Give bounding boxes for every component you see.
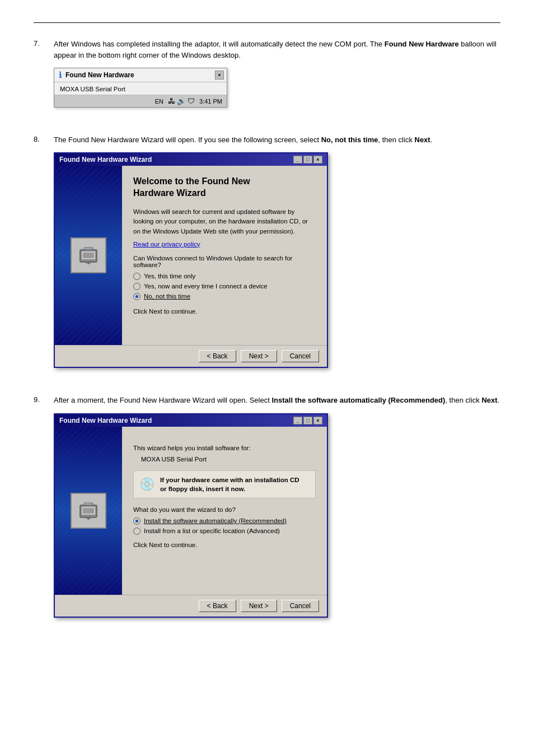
hardware-svg-icon-2: [77, 500, 100, 522]
wizard-2-window: Found New Hardware Wizard _ □ ×: [54, 413, 328, 618]
svg-point-6: [91, 248, 92, 250]
wizard-2-cd-text: If your hardware came with an installati…: [160, 475, 299, 493]
step-7-text: After Windows has completed installing t…: [54, 39, 500, 61]
wizard-2-device-name: MOXA USB Serial Port: [141, 456, 316, 463]
wizard-2-option-1[interactable]: Install from a list or specific location…: [133, 528, 316, 535]
wizard-1-right-panel: Welcome to the Found NewHardware Wizard …: [122, 166, 327, 345]
svg-rect-9: [83, 508, 94, 514]
wizard-2-option-1-label: Install from a list or specific location…: [144, 528, 280, 534]
wizard-1-cancel-button[interactable]: Cancel: [282, 350, 319, 362]
security-icon: 🛡: [188, 97, 195, 105]
taskbar-body: MOXA USB Serial Port: [54, 82, 227, 95]
wizard-1-welcome-title: Welcome to the Found NewHardware Wizard: [133, 176, 316, 199]
step-7-bold: Found New Hardware: [385, 40, 459, 48]
cd-disc-icon: 💿: [139, 477, 154, 492]
svg-rect-4: [86, 262, 91, 263]
speaker-icon: 🔊: [177, 97, 186, 105]
taskbar-info-icon: ℹ: [59, 70, 62, 80]
taskbar-language: EN: [155, 98, 163, 105]
wizard-2-next-button[interactable]: Next >: [241, 600, 277, 612]
wizard-2-option-0-label: Install the software automatically (Reco…: [144, 517, 287, 524]
wizard-2-icon-area: [71, 493, 106, 529]
wizard-2-radio-group: Install the software automatically (Reco…: [133, 517, 316, 535]
wizard-1-icon-area: [71, 237, 106, 273]
step-8-bold2: Next: [415, 136, 430, 144]
wizard-1-body: Welcome to the Found NewHardware Wizard …: [55, 166, 327, 345]
wizard-1-radio-0[interactable]: [133, 273, 140, 280]
wizard-2-left-panel: [55, 427, 122, 595]
wizard-2-close-button[interactable]: ×: [313, 417, 322, 424]
wizard-1-left-panel: [55, 166, 122, 345]
step-8-text: The Found New Hardware Wizard will open.…: [54, 134, 500, 146]
wizard-1-click-next: Click Next to continue.: [133, 308, 316, 315]
page-container: 7. After Windows has completed installin…: [0, 0, 534, 756]
wizard-2-cancel-button[interactable]: Cancel: [282, 600, 319, 612]
wizard-1-title-bar: Found New Hardware Wizard _ □ ×: [55, 153, 327, 166]
wizard-1-close-button[interactable]: ×: [313, 156, 322, 164]
taskbar-title-bar: ℹ Found New Hardware ×: [54, 68, 227, 82]
wizard-2-what-to-do: What do you want the wizard to do?: [133, 506, 316, 513]
step-9-bold1: Install the software automatically (Reco…: [271, 396, 445, 404]
wizard-1-option-2[interactable]: No, not this time: [133, 293, 316, 300]
step-8-number: 8.: [34, 135, 54, 143]
wizard-2-maximize-button[interactable]: □: [303, 417, 312, 424]
wizard-1-option-1[interactable]: Yes, now and every time I connect a devi…: [133, 283, 316, 290]
wizard-1-minimize-button[interactable]: _: [293, 156, 302, 164]
wizard-1-question: Can Windows connect to Windows Update to…: [133, 255, 316, 268]
wizard-1-maximize-button[interactable]: □: [303, 156, 312, 164]
step-9-text: After a moment, the Found New Hardware W…: [54, 395, 500, 406]
hardware-icon: [71, 237, 106, 273]
wizard-1-next-button[interactable]: Next >: [241, 350, 277, 362]
wizard-1-back-button[interactable]: < Back: [199, 350, 236, 362]
step-7-content: After Windows has completed installing t…: [54, 39, 500, 119]
top-rule: [34, 22, 500, 23]
wizard-2-cd-insert-box: 💿 If your hardware came with an installa…: [133, 470, 316, 498]
step-9-number: 9.: [34, 395, 54, 404]
wizard-1-radio-2[interactable]: [133, 293, 140, 300]
hardware-svg-icon: [77, 244, 100, 267]
wizard-2-right-panel: This wizard helps you install software f…: [122, 427, 327, 595]
wizard-1-option-0[interactable]: Yes, this time only: [133, 273, 316, 280]
taskbar-time: 3:41 PM: [199, 98, 222, 105]
step-9-bold2: Next: [481, 396, 497, 404]
wizard-1-radio-1[interactable]: [133, 283, 140, 290]
taskbar-close-icon: ×: [218, 72, 221, 78]
wizard-2-minimize-button[interactable]: _: [293, 417, 302, 424]
step-9-content: After a moment, the Found New Hardware W…: [54, 395, 500, 628]
wizard-2-radio-1[interactable]: [133, 528, 140, 535]
wizard-2-radio-0[interactable]: [133, 517, 140, 525]
step-9: 9. After a moment, the Found New Hardwar…: [34, 395, 500, 628]
step-7: 7. After Windows has completed installin…: [34, 39, 500, 119]
wizard-1-option-2-label: No, not this time: [144, 293, 190, 300]
wizard-2-install-desc: This wizard helps you install software f…: [133, 445, 316, 451]
step-8-bold1: No, not this time: [321, 136, 378, 144]
wizard-2-title-bar: Found New Hardware Wizard _ □ ×: [55, 414, 327, 427]
wizard-1-desc: Windows will search for current and upda…: [133, 207, 316, 236]
taskbar-title-text: Found New Hardware: [65, 71, 212, 79]
wizard-2-click-next: Click Next to continue.: [133, 542, 316, 548]
wizard-2-body: This wizard helps you install software f…: [55, 427, 327, 595]
network-icon: 🖧: [168, 97, 175, 105]
svg-rect-2: [83, 253, 94, 258]
wizard-1-option-0-label: Yes, this time only: [144, 273, 195, 279]
wizard-1-footer: < Back Next > Cancel: [55, 345, 327, 367]
hardware-icon-2: [71, 493, 106, 529]
wizard-1-window: Found New Hardware Wizard _ □ ×: [54, 152, 328, 368]
step-8: 8. The Found New Hardware Wizard will op…: [34, 134, 500, 379]
svg-point-13: [91, 503, 92, 505]
step-7-number: 7.: [34, 39, 54, 48]
wizard-2-controls: _ □ ×: [293, 417, 322, 424]
wizard-2-back-button[interactable]: < Back: [199, 600, 236, 612]
wizard-1-option-1-label: Yes, now and every time I connect a devi…: [144, 283, 268, 290]
step-8-content: The Found New Hardware Wizard will open.…: [54, 134, 500, 379]
wizard-2-footer: < Back Next > Cancel: [55, 595, 327, 617]
taskbar-footer: EN 🖧 🔊 🛡 3:41 PM: [54, 95, 227, 107]
svg-rect-11: [86, 517, 91, 519]
wizard-2-option-0[interactable]: Install the software automatically (Reco…: [133, 517, 316, 525]
taskbar-close-button[interactable]: ×: [215, 71, 224, 80]
wizard-1-privacy-link[interactable]: Read our privacy policy: [133, 241, 200, 248]
wizard-2-title-text: Found New Hardware Wizard: [59, 417, 290, 424]
taskbar-device-name: MOXA USB Serial Port: [60, 86, 125, 92]
wizard-1-title-text: Found New Hardware Wizard: [59, 156, 290, 164]
wizard-1-controls: _ □ ×: [293, 156, 322, 164]
